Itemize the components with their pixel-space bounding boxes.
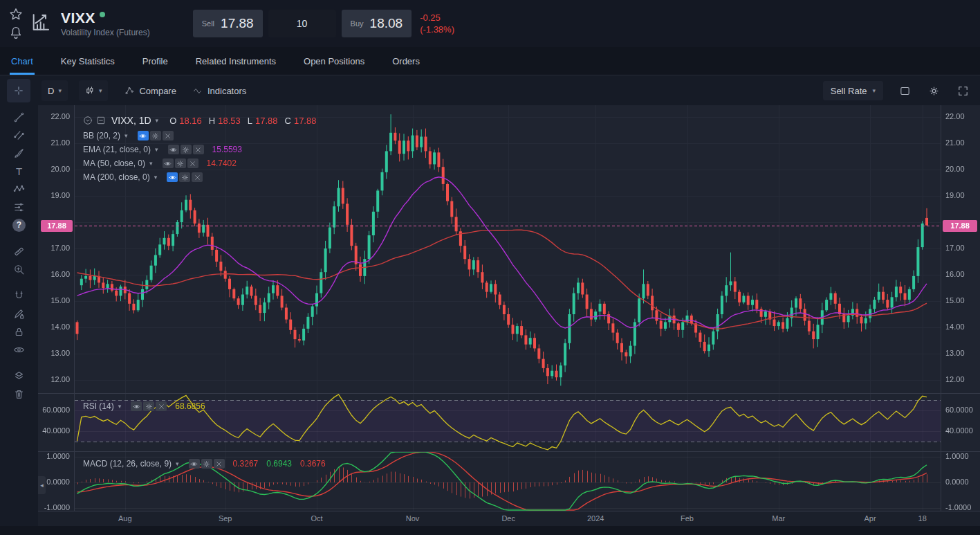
sell-button[interactable]: Sell 17.88 [193,10,263,37]
brush-tool-icon[interactable] [9,144,30,162]
change-value: -0.25 [420,12,454,24]
indicator-label[interactable]: EMA (21, close, 0) [83,145,151,154]
magnet-icon[interactable] [9,287,30,305]
pane-collapse-icon[interactable] [83,116,93,125]
chart-symbol-interval[interactable]: VIXX, 1D [111,115,151,126]
xabcd-pattern-tool-icon[interactable] [9,180,30,198]
eye-icon[interactable] [138,131,149,140]
time-axis-label: Sep [219,514,232,523]
tab-open-positions[interactable]: Open Positions [302,47,366,75]
chevron-down-icon[interactable]: ▾ [156,117,159,124]
layout-square-icon[interactable] [897,83,912,98]
hide-all-drawings-icon[interactable] [9,341,30,359]
tab-related-instruments[interactable]: Related Instruments [194,47,277,75]
time-axis-label: Apr [865,514,876,523]
parallel-channel-tool-icon[interactable] [9,126,30,144]
interval-label: D [48,86,54,96]
interval-dropdown[interactable]: D▾ [41,80,68,101]
macd-legend: MACD (12, 26, close, 9)▾ 0.3267 0.6943 0… [83,459,326,469]
tab-chart[interactable]: Chart [10,47,35,75]
tab-key-statistics[interactable]: Key Statistics [59,47,116,75]
tab-bar: Chart Key Statistics Profile Related Ins… [0,47,980,75]
high-value: 18.53 [218,116,241,126]
indicator-label[interactable]: BB (20, 2) [83,131,120,140]
crosshair-icon [14,86,24,96]
eye-icon[interactable] [189,459,200,469]
price-tick-label: 16.00 [945,269,965,280]
pane-separator[interactable] [38,393,980,394]
fullscreen-icon[interactable] [955,83,970,98]
rsi-tick-label: 40.0000 [945,426,973,436]
right-price-scale[interactable]: 22.0021.0020.0019.0017.0016.0015.0014.00… [941,105,980,511]
close-icon[interactable] [187,158,198,168]
price-tick-label: 17.00 [945,243,965,253]
pane-minimize-icon[interactable] [96,116,106,125]
favorite-star-icon[interactable] [8,7,24,22]
gear-icon[interactable] [143,401,154,411]
collapse-pane-arrow[interactable]: ◂ [38,476,46,494]
eye-icon[interactable] [131,401,142,411]
lock-all-drawings-icon[interactable] [9,323,30,341]
object-tree-icon[interactable] [9,367,30,385]
trend-line-tool-icon[interactable] [9,108,30,126]
settings-gear-icon[interactable] [926,83,941,98]
measure-ruler-icon[interactable] [9,242,30,260]
close-icon[interactable] [163,131,174,140]
close-icon[interactable] [214,459,225,469]
instrument-subtitle: Volatility Index (Futures) [61,28,150,37]
time-axis-label: Feb [681,514,694,523]
indicator-label[interactable]: MA (50, close, 0) [83,158,145,168]
indicators-label: Indicators [207,86,246,96]
zoom-in-icon[interactable] [9,260,30,278]
market-open-dot [100,12,105,17]
time-axis-label: Dec [501,514,515,523]
buy-label: Buy [351,19,364,28]
gear-icon[interactable] [181,145,192,154]
instrument-chart-icon [29,10,53,37]
indicator-label[interactable]: MA (200, close, 0) [83,172,150,182]
price-tick-label: 14.00 [50,322,70,332]
compare-button[interactable]: Compare [124,86,176,96]
ema-value: 15.5593 [212,145,242,154]
close-icon[interactable] [193,145,204,154]
close-icon[interactable] [156,401,167,411]
indicators-button[interactable]: Indicators [193,86,246,96]
help-icon[interactable]: ? [9,216,30,234]
drawing-edit-lock-icon[interactable] [9,305,30,323]
time-axis[interactable]: AugSepOctNovDec2024FebMarApr18 [38,511,980,527]
indicator-row-bb: BB (20, 2)▾ [83,131,174,140]
indicator-row-ma200: MA (200, close, 0)▾ [83,172,203,182]
price-tick-label: 12.00 [50,374,70,385]
price-tick-label: 14.00 [945,322,965,332]
gear-icon[interactable] [150,131,161,140]
forecast-tool-icon[interactable] [9,198,30,216]
price-tick-label: 17.00 [50,243,70,253]
rsi-label[interactable]: RSI (14) [83,401,114,411]
tab-orders[interactable]: Orders [391,47,421,75]
quantity-input[interactable]: 10 [268,10,336,37]
eye-icon[interactable] [167,172,178,182]
tab-profile[interactable]: Profile [141,47,169,75]
sell-rate-label: Sell Rate [831,86,867,96]
remove-all-drawings-icon[interactable] [9,385,30,403]
close-icon[interactable] [192,172,203,182]
eye-icon[interactable] [163,158,174,168]
crosshair-tool-button[interactable] [7,79,30,102]
eye-icon[interactable] [168,145,179,154]
price-tick-label: 16.00 [50,269,70,280]
gear-icon[interactable] [179,172,190,182]
macd-label[interactable]: MACD (12, 26, close, 9) [83,459,172,469]
gear-icon[interactable] [201,459,212,469]
rsi-value: 68.6856 [175,401,205,411]
alert-bell-icon[interactable] [8,25,24,40]
gear-icon[interactable] [175,158,186,168]
pane-separator[interactable] [38,451,980,452]
header: VIXX Volatility Index (Futures) Sell 17.… [0,0,980,47]
chart-style-dropdown[interactable]: ▾ [79,80,109,101]
buy-button[interactable]: Buy 18.08 [342,10,412,37]
left-price-scale[interactable]: 22.0021.0020.0019.0017.0016.0015.0014.00… [38,105,75,511]
sell-price: 17.88 [221,16,254,31]
last-price-label: 17.88 [41,220,73,232]
text-tool-icon[interactable]: T [9,162,30,180]
sell-rate-dropdown[interactable]: Sell Rate▾ [823,81,883,100]
